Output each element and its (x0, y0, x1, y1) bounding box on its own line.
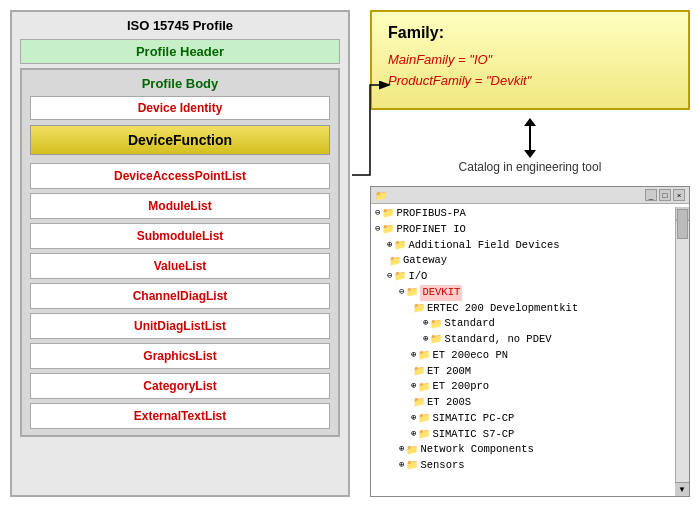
tree-item[interactable]: 📁ET 200M (375, 364, 685, 380)
tree-item[interactable]: ⊖📁PROFINET IO (375, 222, 685, 238)
family-box: Family: MainFamily = "IO" ProductFamily … (370, 10, 690, 110)
tree-item[interactable]: ⊖📁DEVKIT (375, 285, 685, 301)
tree-item[interactable]: ⊕📁ET 200pro (375, 379, 685, 395)
profile-body-section: Profile Body Device Identity DeviceFunct… (20, 68, 340, 437)
tree-item[interactable]: ⊕📁Network Components (375, 442, 685, 458)
device-function-box: DeviceFunction (30, 125, 330, 155)
scroll-down-btn[interactable]: ▼ (675, 482, 689, 496)
catalog-scroll-thumb[interactable] (677, 209, 688, 239)
tree-item[interactable]: ⊕📁SIMATIC S7-CP (375, 427, 685, 443)
arrow-head-up (524, 118, 536, 126)
list-item-box: UnitDiagListList (30, 313, 330, 339)
catalog-header: 📁 _ □ × (371, 187, 689, 204)
list-items-container: DeviceAccessPointListModuleListSubmodule… (30, 163, 330, 429)
tree-item[interactable]: ⊖📁I/O (375, 269, 685, 285)
list-item-box: ChannelDiagList (30, 283, 330, 309)
list-item-box: GraphicsList (30, 343, 330, 369)
family-title: Family: (388, 24, 672, 42)
left-panel: ISO 15745 Profile Profile Header Profile… (10, 10, 350, 497)
double-arrow (524, 118, 536, 158)
arrow-head-down (524, 150, 536, 158)
iso-title: ISO 15745 Profile (20, 18, 340, 33)
list-item-box: DeviceAccessPointList (30, 163, 330, 189)
profile-header-box: Profile Header (20, 39, 340, 64)
arrow-shaft-bottom (529, 138, 531, 150)
family-line1: MainFamily = "IO" (388, 52, 672, 67)
list-item-box: ExternalTextList (30, 403, 330, 429)
catalog-scrollbar[interactable]: ▲ ▼ (675, 207, 689, 496)
device-identity-box: Device Identity (30, 96, 330, 120)
tree-item[interactable]: ⊕📁SIMATIC PC-CP (375, 411, 685, 427)
family-line2: ProductFamily = "Devkit" (388, 73, 672, 88)
tree-item[interactable]: ⊕📁Sensors (375, 458, 685, 474)
minimize-btn[interactable]: _ (645, 189, 657, 201)
catalog-header-label: 📁 (375, 190, 387, 201)
profile-body-label: Profile Body (30, 76, 330, 91)
tree-item[interactable]: ⊖📁PROFIBUS-PA (375, 206, 685, 222)
list-item-box: CategoryList (30, 373, 330, 399)
right-panel: Family: MainFamily = "IO" ProductFamily … (370, 10, 690, 497)
arrow-section: Catalog in engineering tool (370, 118, 690, 178)
catalog-header-controls: _ □ × (645, 189, 685, 201)
catalog-label: Catalog in engineering tool (459, 160, 602, 174)
maximize-btn[interactable]: □ (659, 189, 671, 201)
main-container: ISO 15745 Profile Profile Header Profile… (0, 0, 700, 507)
tree-item[interactable]: ⊕📁Standard, no PDEV (375, 332, 685, 348)
tree-item[interactable]: 📁Gateway (375, 253, 685, 269)
list-item-box: SubmoduleList (30, 223, 330, 249)
tree-item[interactable]: ⊕📁Additional Field Devices (375, 238, 685, 254)
tree-item[interactable]: ⊕📁Standard (375, 316, 685, 332)
tree-item[interactable]: 📁ET 200S (375, 395, 685, 411)
catalog-content: ⊖📁PROFIBUS-PA⊖📁PROFINET IO⊕📁Additional F… (371, 204, 689, 493)
tree-item[interactable]: 📁ERTEC 200 Developmentkit (375, 301, 685, 317)
list-item-box: ValueList (30, 253, 330, 279)
catalog-tree: ⊖📁PROFIBUS-PA⊖📁PROFINET IO⊕📁Additional F… (371, 204, 689, 493)
arrow-shaft-top (529, 126, 531, 138)
list-item-box: ModuleList (30, 193, 330, 219)
close-btn[interactable]: × (673, 189, 685, 201)
tree-item[interactable]: ⊕📁ET 200eco PN (375, 348, 685, 364)
catalog-box: 📁 _ □ × ⊖📁PROFIBUS-PA⊖📁PROFINET IO⊕📁Addi… (370, 186, 690, 497)
